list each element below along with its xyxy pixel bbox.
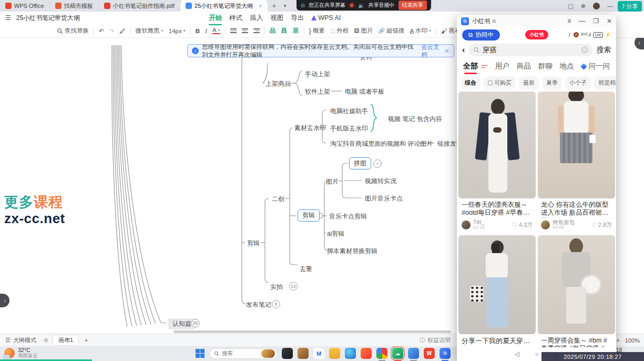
collapsed-count-badge[interactable]: 8 (272, 300, 280, 308)
chip-buyable[interactable]: 可购买 (484, 76, 516, 89)
new-tab-button[interactable]: ＋ (268, 0, 281, 12)
tab-goods[interactable]: 商品 (517, 62, 531, 71)
like-button[interactable]: ♡2.8万 (591, 221, 612, 229)
weather-widget[interactable]: 32°C 局部多云 (4, 347, 38, 358)
mindmap-node[interactable]: 实拍 (270, 283, 283, 292)
search-button[interactable]: 搜索 (597, 45, 611, 55)
post-caption[interactable]: 分享一下我的夏天穿搭合 (458, 334, 536, 346)
clear-search-icon[interactable]: ✕ (581, 46, 588, 54)
like-button[interactable]: ♡4.3万 (512, 221, 533, 229)
undo-button[interactable]: ↶ (99, 27, 104, 35)
menu-style[interactable]: 样式 (229, 14, 242, 23)
files-app-icon[interactable] (282, 348, 293, 359)
xhs-title-bar[interactable]: ⧉ 小红书 ⧉ ≡ — ❐ ✕ (457, 15, 616, 27)
active-cloud-app-icon[interactable]: ☁ (392, 348, 403, 359)
back-arrow-icon[interactable]: ‹ (462, 45, 465, 55)
tab-groups[interactable]: 群聊 (538, 62, 553, 71)
format-painter-button[interactable]: 🖉 (119, 28, 126, 34)
insert-relation-button[interactable]: 居 (293, 26, 299, 35)
mindmap-node[interactable]: 手动上架 (305, 70, 330, 79)
post-image[interactable] (458, 235, 536, 334)
align-right-button[interactable] (253, 27, 260, 34)
outline-mode-icon[interactable]: ☰ (5, 337, 11, 344)
chip-korean[interactable]: 韩里韩气 (594, 76, 616, 89)
collapsed-count-badge[interactable]: 85 (191, 319, 200, 327)
tab-close-icon[interactable]: × (259, 3, 262, 9)
mindmap-node[interactable]: 软件上架 (305, 87, 330, 96)
post-caption[interactable]: 龙心 你有这么牛的版型进入市场 新品百褶裙真的… (538, 198, 615, 218)
menu-view[interactable]: 视图 (270, 14, 283, 23)
mindmap-node[interactable]: 素材去水印 (294, 124, 326, 133)
post-card[interactable]: 分享一下我的夏天穿搭合 (458, 235, 536, 354)
post-card[interactable]: 一些春天的漂亮衣服～ #ootd每日穿搭 #早春… Tttt_ 02-14 ♡4… (458, 92, 536, 233)
outline-mode-button[interactable]: 大纲模式 (13, 336, 36, 344)
share-button[interactable]: ⤴ 分享 (618, 1, 642, 12)
font-color-button[interactable]: A▾ (212, 27, 220, 34)
media-app-icon[interactable]: M (313, 348, 324, 359)
italic-button[interactable]: I (205, 28, 207, 34)
tab-users[interactable]: 用户 (495, 62, 509, 71)
tab-places[interactable]: 地点 (560, 62, 574, 71)
menu-insert[interactable]: 插入 (250, 14, 263, 23)
avatar[interactable] (593, 3, 600, 9)
tab-mindmap-active[interactable]: 25小红书笔记带货大纲 × (180, 0, 268, 12)
menu-wps-ai[interactable]: WPS AI (311, 14, 341, 22)
go-to-cloud-link[interactable]: 去云文档 (421, 43, 440, 59)
mindmap-node[interactable]: 淘宝抖音商城里面的视频和 评论图片 (330, 139, 433, 148)
post-card[interactable]: 一周穿搭合集～ #bm #春季穿搭 #每日穿搭 #日… (538, 235, 615, 354)
screen-mirror-app-icon[interactable]: ⧉ (439, 348, 451, 359)
mindmap-node-jianji-selected[interactable]: 剪辑 (298, 209, 320, 222)
tab-template[interactable]: 找稿壳模板 (50, 0, 99, 12)
post-caption[interactable]: 一些春天的漂亮衣服～ #ootd每日穿搭 #早春… (458, 198, 536, 218)
menu-export[interactable]: 导出 (291, 14, 304, 23)
notice-close-icon[interactable]: ✕ (444, 47, 449, 55)
filter-icon[interactable] (481, 64, 488, 69)
tab-list-chevron-icon[interactable]: ▾ (281, 0, 290, 12)
record-icon[interactable] (349, 3, 354, 8)
menu-hamburger-icon[interactable]: ☰ (5, 14, 11, 22)
horizontal-scrollbar[interactable] (173, 330, 451, 333)
hyperlink-button[interactable]: 🔗超链接 (378, 27, 404, 35)
close-button[interactable]: ✕ (607, 17, 612, 25)
align-left-button[interactable] (230, 27, 237, 34)
minimize-button[interactable]: — (579, 17, 585, 25)
frame-button[interactable]: ⬚外框 (330, 27, 349, 35)
taskbar-search[interactable]: 搜索 (209, 348, 278, 359)
nav-back-icon[interactable]: ◁ (515, 350, 519, 358)
mindmap-node[interactable]: 图片音乐卡点 (365, 194, 403, 203)
toolbox-app-icon[interactable] (298, 348, 309, 359)
mindmap-node[interactable]: 脚本素材替换剪辑 (327, 247, 377, 256)
mindmap-node[interactable]: 剪辑 (247, 239, 260, 248)
mindmap-node-pintu-selected[interactable]: 拼图 (349, 157, 371, 169)
mindmap-node[interactable]: ai剪辑 (327, 229, 344, 238)
theme-icon[interactable]: ⊜ (44, 337, 48, 344)
stop-share-button[interactable]: 结束共享 (398, 1, 427, 10)
chip-summer[interactable]: 夏季 (542, 76, 562, 89)
avatar[interactable] (462, 220, 471, 229)
mindmap-node[interactable]: 发布笔记 (246, 300, 271, 309)
tab-qa[interactable]: 问一问 (581, 62, 610, 71)
add-canvas-button[interactable]: ＋ (83, 336, 89, 344)
chip-petite[interactable]: 小个子 (565, 76, 591, 89)
tab-wps-office[interactable]: WPS Office (0, 0, 50, 12)
nav-home-icon[interactable]: ○ (535, 350, 539, 358)
chrome-icon[interactable] (376, 348, 387, 359)
wps-app-icon[interactable]: W (424, 348, 435, 359)
tab-pdf-guide[interactable]: 小红书笔记创作指南.pdf (99, 0, 180, 12)
mindmap-node[interactable]: 音乐卡点剪辑 (329, 212, 367, 221)
start-button[interactable] (196, 349, 205, 358)
post-image[interactable] (538, 92, 615, 198)
canvas-tab[interactable]: 画布1 (53, 335, 79, 346)
folder-icon[interactable] (329, 348, 340, 359)
globe-icon[interactable]: ⊕ (581, 3, 586, 9)
mindmap-node[interactable]: 电脑社媒助手 (330, 107, 368, 116)
font-size-select[interactable]: 14px▾ (169, 28, 186, 34)
post-card[interactable]: 龙心 你有这么牛的版型进入市场 新品百褶裙真的… 烤焦面包 03-08 ♡2.8… (538, 92, 615, 233)
mindmap-node[interactable]: 手机版去水印 (330, 124, 368, 133)
insert-topic-button[interactable]: 品 (270, 26, 276, 35)
collapsed-count-badge[interactable]: 14 (289, 282, 298, 290)
mindmap-node[interactable]: 二创 (272, 195, 284, 204)
add-child-button[interactable]: ＋ (373, 159, 382, 168)
window-menu-icon[interactable]: ≡ (567, 17, 571, 25)
chip-overall[interactable]: 综合 (461, 76, 481, 89)
